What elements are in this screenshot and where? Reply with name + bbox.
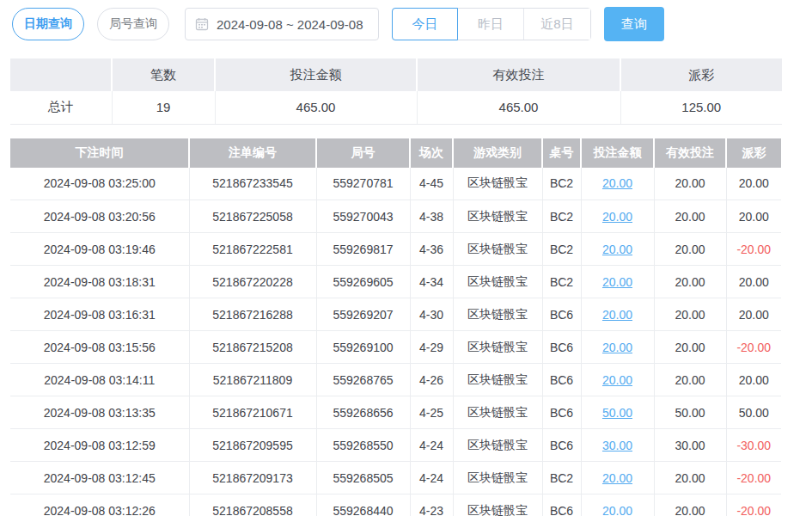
date-range-input[interactable]: 2024-09-08 ~ 2024-09-08: [185, 8, 379, 40]
cell-bet-id: 521867208558: [189, 494, 316, 516]
cell-bet-id: 521867233545: [189, 168, 316, 200]
col-header-bet-id: 注单编号: [189, 138, 316, 168]
summary-header-count: 笔数: [112, 58, 215, 91]
cell-session: 4-34: [410, 266, 453, 298]
table-row: 2024-09-08 03:12:59 521867209595 5592685…: [10, 429, 781, 462]
cell-time: 2024-09-08 03:16:31: [10, 298, 189, 331]
cell-bet: 20.00: [581, 298, 654, 331]
cell-session: 4-23: [410, 494, 453, 516]
cell-table-no: BC2: [542, 233, 581, 266]
col-header-game: 游戏类别: [453, 138, 542, 168]
bet-amount-link[interactable]: 20.00: [602, 176, 632, 190]
cell-bet-id: 521867211809: [189, 364, 316, 396]
table-row: 2024-09-08 03:20:56 521867225058 5592700…: [10, 200, 781, 233]
cell-time: 2024-09-08 03:14:11: [10, 364, 189, 396]
bet-amount-link[interactable]: 20.00: [602, 275, 632, 289]
cell-bet-id: 521867220228: [189, 266, 316, 298]
summary-header-empty: [10, 58, 112, 91]
cell-session: 4-30: [410, 298, 453, 331]
summary-bet-amount: 465.00: [215, 91, 417, 124]
cell-bet: 20.00: [581, 233, 654, 266]
cell-session: 4-24: [410, 462, 453, 494]
cell-time: 2024-09-08 03:18:31: [10, 266, 189, 298]
bet-amount-link[interactable]: 30.00: [602, 439, 632, 452]
cell-round: 559269605: [316, 266, 410, 298]
cell-valid: 20.00: [654, 168, 726, 200]
bet-amount-link[interactable]: 20.00: [602, 210, 632, 224]
bet-amount-link[interactable]: 50.00: [602, 406, 632, 420]
bet-amount-link[interactable]: 20.00: [602, 373, 632, 387]
cell-round: 559268550: [316, 429, 410, 462]
search-button[interactable]: 查询: [604, 7, 664, 41]
cell-payout: 20.00: [726, 364, 781, 396]
cell-table-no: BC6: [542, 298, 581, 331]
round-query-tab[interactable]: 局号查询: [97, 8, 169, 40]
summary-header-payout: 派彩: [620, 58, 782, 91]
cell-time: 2024-09-08 03:12:59: [10, 429, 189, 462]
cell-valid: 20.00: [654, 494, 726, 516]
cell-bet-id: 521867210671: [189, 396, 316, 429]
cell-bet: 30.00: [581, 429, 654, 462]
summary-header-valid-bet: 有效投注: [417, 58, 620, 91]
yesterday-button[interactable]: 昨日: [458, 9, 524, 40]
cell-table-no: BC6: [542, 396, 581, 429]
cell-round: 559269817: [316, 233, 410, 266]
cell-bet-id: 521867209595: [189, 429, 316, 462]
last8days-button[interactable]: 近8日: [524, 9, 590, 40]
bet-amount-link[interactable]: 20.00: [602, 308, 632, 322]
cell-table-no: BC6: [542, 494, 581, 516]
col-header-session: 场次: [410, 138, 453, 168]
summary-valid-bet: 465.00: [417, 91, 620, 124]
bet-records-table: 下注时间 注单编号 局号 场次 游戏类别 桌号 投注金额 有效投注 派彩 202…: [10, 138, 781, 516]
cell-table-no: BC2: [542, 200, 581, 233]
cell-table-no: BC2: [542, 462, 581, 494]
cell-payout: 20.00: [726, 168, 781, 200]
table-row: 2024-09-08 03:12:45 521867209173 5592685…: [10, 462, 781, 494]
bet-amount-link[interactable]: 20.00: [602, 243, 632, 256]
cell-time: 2024-09-08 03:13:35: [10, 396, 189, 429]
quick-range-group: 今日 昨日 近8日: [392, 8, 591, 40]
cell-round: 559270043: [316, 200, 410, 233]
cell-session: 4-29: [410, 331, 453, 364]
cell-time: 2024-09-08 03:25:00: [10, 168, 189, 200]
summary-header-bet-amount: 投注金额: [215, 58, 417, 91]
today-button[interactable]: 今日: [392, 8, 458, 40]
table-row: 2024-09-08 03:16:31 521867216288 5592692…: [10, 298, 781, 331]
cell-session: 4-26: [410, 364, 453, 396]
cell-session: 4-45: [410, 168, 453, 200]
bet-amount-link[interactable]: 20.00: [602, 504, 632, 516]
cell-valid: 50.00: [654, 396, 726, 429]
cell-bet-id: 521867209173: [189, 462, 316, 494]
cell-valid: 30.00: [654, 429, 726, 462]
col-header-valid: 有效投注: [654, 138, 726, 168]
col-header-payout: 派彩: [726, 138, 781, 168]
cell-session: 4-25: [410, 396, 453, 429]
date-query-tab[interactable]: 日期查询: [12, 8, 84, 40]
cell-session: 4-38: [410, 200, 453, 233]
summary-count: 19: [112, 91, 215, 124]
cell-time: 2024-09-08 03:12:45: [10, 462, 189, 494]
cell-valid: 20.00: [654, 233, 726, 266]
cell-bet: 20.00: [581, 200, 654, 233]
cell-game: 区块链骰宝: [453, 494, 542, 516]
cell-game: 区块链骰宝: [453, 233, 542, 266]
bet-amount-link[interactable]: 20.00: [602, 471, 632, 485]
cell-time: 2024-09-08 03:19:46: [10, 233, 189, 266]
cell-valid: 20.00: [654, 364, 726, 396]
summary-total-row: 总计 19 465.00 465.00 125.00: [10, 91, 782, 124]
cell-valid: 20.00: [654, 331, 726, 364]
date-range-value: 2024-09-08 ~ 2024-09-08: [217, 17, 363, 32]
cell-game: 区块链骰宝: [453, 331, 542, 364]
cell-payout: 20.00: [726, 298, 781, 331]
cell-bet: 20.00: [581, 168, 654, 200]
cell-round: 559268765: [316, 364, 410, 396]
table-row: 2024-09-08 03:19:46 521867222581 5592698…: [10, 233, 781, 266]
cell-payout: 50.00: [726, 396, 781, 429]
bet-amount-link[interactable]: 20.00: [602, 341, 632, 354]
cell-round: 559270781: [316, 168, 410, 200]
cell-bet-id: 521867225058: [189, 200, 316, 233]
table-row: 2024-09-08 03:14:11 521867211809 5592687…: [10, 364, 781, 396]
calendar-icon: [195, 17, 209, 31]
cell-valid: 20.00: [654, 298, 726, 331]
cell-round: 559268440: [316, 494, 410, 516]
